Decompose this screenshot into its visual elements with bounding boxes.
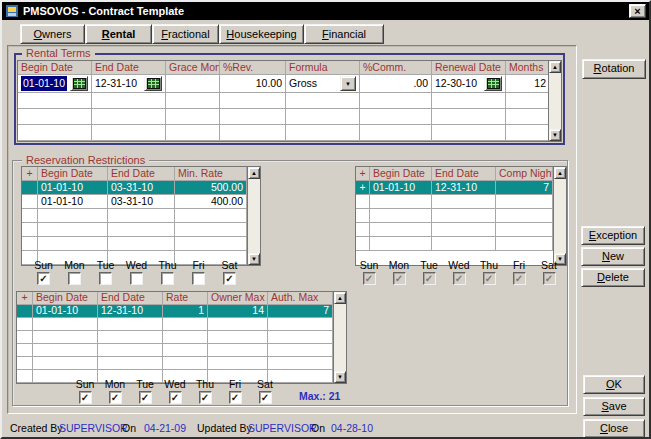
close-button[interactable]: Close <box>583 419 645 438</box>
day-label: Thu <box>480 259 498 271</box>
checkbox-mon[interactable]: ✓ <box>109 391 122 404</box>
checkbox-sat[interactable]: ✓ <box>259 391 272 404</box>
formula-dropdown[interactable]: Gross ▼ <box>286 75 360 92</box>
plus-cell <box>17 305 33 317</box>
empty-row <box>356 237 553 251</box>
empty-row <box>356 223 553 237</box>
rotation-button[interactable]: Rotation <box>582 59 646 79</box>
checkbox-mon-disabled: ✓ <box>393 272 406 285</box>
scroll-up-icon[interactable]: ▲ <box>554 167 566 179</box>
owner-max-cell: 14 <box>208 305 268 317</box>
exception-button[interactable]: Exception <box>581 226 645 245</box>
column-header: End Date <box>98 292 163 304</box>
vertical-scrollbar[interactable]: ▲ ▼ <box>553 167 566 265</box>
checkbox-sat[interactable]: ✓ <box>223 272 236 285</box>
column-header: + <box>17 292 33 304</box>
begin-date-cell: 01-01-10 <box>38 195 108 208</box>
day-label: Thu <box>158 259 176 271</box>
calendar-icon <box>147 78 160 89</box>
tab-financial[interactable]: Financial <box>304 24 384 44</box>
day-label: Mon <box>64 259 84 271</box>
updated-by-value: SUPERVISOR <box>248 422 317 434</box>
checkbox-thu[interactable]: ✓ <box>199 391 212 404</box>
checkbox-sun[interactable]: ✓ <box>37 272 50 285</box>
day-label: Fri <box>192 259 204 271</box>
scroll-up-icon[interactable]: ▲ <box>248 167 260 179</box>
day-label: Tue <box>136 378 154 390</box>
rental-terms-header-row: Begin Date End Date Grace Months %Rev. F… <box>18 61 548 75</box>
column-header: + <box>22 167 38 180</box>
scroll-down-icon[interactable]: ▼ <box>334 371 346 383</box>
table-row[interactable]: 01-01-10 03-31-10 500.00 <box>22 181 247 195</box>
comp-nights-header-row: + Begin Date End Date Comp Nights <box>356 167 553 181</box>
rev-percent-field[interactable]: 10.00 <box>220 75 286 92</box>
created-by-label: Created By <box>10 422 63 434</box>
chevron-down-icon[interactable]: ▼ <box>340 76 356 91</box>
end-date-field[interactable]: 12-31-10 <box>95 76 137 91</box>
checkbox-mon[interactable] <box>68 272 81 285</box>
column-header: Renewal Date <box>432 61 506 74</box>
vertical-scrollbar[interactable]: ▲ ▼ <box>333 292 346 383</box>
begin-date-calendar-button[interactable] <box>70 76 88 91</box>
close-icon[interactable]: × <box>629 4 646 18</box>
new-button[interactable]: New <box>581 247 645 266</box>
begin-date-field[interactable]: 01-01-10 <box>21 76 67 91</box>
delete-button[interactable]: Delete <box>581 268 645 287</box>
checkbox-fri[interactable]: ✓ <box>229 391 242 404</box>
begin-date-cell: 01-01-10 <box>370 181 432 194</box>
checkbox-tue-disabled: ✓ <box>423 272 436 285</box>
tab-housekeeping[interactable]: Housekeeping <box>219 24 304 44</box>
empty-row <box>18 109 548 125</box>
ok-button-label: OK <box>606 376 622 393</box>
audit-footer: Created By SUPERVISOR On 04-21-09 Update… <box>2 422 582 436</box>
comp-nights-day-checkboxes: Sun✓ Mon✓ Tue✓ Wed✓ Thu✓ Fri✓ Sat✓ <box>354 259 564 285</box>
tab-financial-label: Financial <box>322 25 366 43</box>
tab-fractional[interactable]: Fractional <box>152 24 219 44</box>
min-rate-table: + Begin Date End Date Min. Rate 01-01-10… <box>21 166 261 266</box>
checkbox-tue[interactable]: ✓ <box>139 391 152 404</box>
contract-template-window: PMSOVOS - Contract Template × Owners Ren… <box>0 0 651 439</box>
checkbox-fri[interactable] <box>192 272 205 285</box>
empty-row <box>18 125 548 141</box>
tab-owners[interactable]: Owners <box>20 24 85 44</box>
scroll-down-icon[interactable]: ▼ <box>248 253 260 265</box>
auth-max-cell: 7 <box>268 305 333 317</box>
comm-percent-field[interactable]: .00 <box>360 75 432 92</box>
table-row[interactable]: 01-01-10 03-31-10 400.00 <box>22 195 247 209</box>
formula-value: Gross <box>289 76 340 91</box>
checkbox-wed[interactable]: ✓ <box>169 391 182 404</box>
empty-row <box>18 93 548 109</box>
column-header: Begin Date <box>18 61 92 74</box>
renewal-date-field[interactable]: 12-30-10 <box>435 76 477 91</box>
grace-months-field[interactable] <box>166 75 220 92</box>
reservation-restrictions-group-label: Reservation Restrictions <box>22 154 149 166</box>
vertical-scrollbar[interactable]: ▲ ▼ <box>247 167 260 265</box>
end-date-cell: 12-31-10 <box>432 181 496 194</box>
months-field[interactable]: 12 <box>506 75 548 92</box>
begin-date-cell: 01-01-10 <box>18 75 92 92</box>
column-header: End Date <box>108 167 175 180</box>
checkbox-thu-disabled: ✓ <box>483 272 496 285</box>
ok-button[interactable]: OK <box>583 375 645 394</box>
scroll-down-icon[interactable]: ▼ <box>549 129 561 141</box>
save-button[interactable]: Save <box>583 397 645 416</box>
empty-row <box>17 318 333 331</box>
rental-terms-row: 01-01-10 12-31-10 10.00 Gross ▼ .00 12-3… <box>18 75 548 93</box>
checkbox-thu[interactable] <box>161 272 174 285</box>
day-label: Wed <box>164 378 185 390</box>
scroll-up-icon[interactable]: ▲ <box>334 292 346 304</box>
end-date-calendar-button[interactable] <box>144 76 162 91</box>
table-row[interactable]: + 01-01-10 12-31-10 7 <box>356 181 553 195</box>
column-header: Formula <box>286 61 360 74</box>
tab-rental[interactable]: Rental <box>85 24 152 44</box>
min-rate-cell: 400.00 <box>175 195 247 208</box>
renewal-date-calendar-button[interactable] <box>484 76 502 91</box>
vertical-scrollbar[interactable]: ▲ ▼ <box>548 61 561 141</box>
checkbox-sun[interactable]: ✓ <box>79 391 92 404</box>
rate-day-checkboxes: Sun✓ Mon✓ Tue✓ Wed✓ Thu✓ Fri✓ Sat✓ <box>70 378 280 404</box>
checkbox-tue[interactable] <box>99 272 112 285</box>
scroll-up-icon[interactable]: ▲ <box>549 61 561 73</box>
end-date-cell: 12-31-10 <box>98 305 163 317</box>
checkbox-wed[interactable] <box>130 272 143 285</box>
table-row[interactable]: 01-01-10 12-31-10 1 14 7 <box>17 305 333 318</box>
